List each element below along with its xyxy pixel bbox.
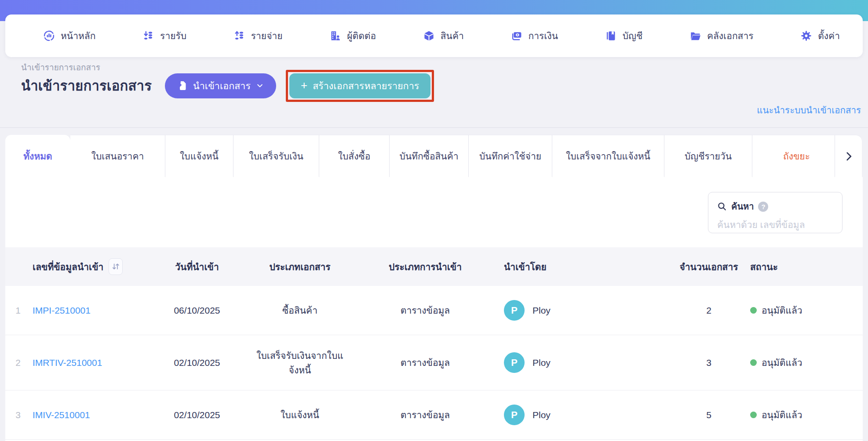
document-type-tabs: ทั้งหมด ใบเสนอราคา ใบแจ้งหนี้ ใบเสร็จรับ… (5, 135, 868, 177)
document-storage-icon (689, 30, 701, 42)
status-cell: อนุมัติแล้ว (748, 355, 863, 370)
import-date: 02/10/2025 (153, 410, 241, 420)
nav-label-finance: การเงิน (529, 29, 558, 43)
tab-purchase-order-label: ใบสั่งซื้อ (338, 149, 371, 163)
imported-by-cell: P Ploy (492, 405, 669, 425)
nav-label-products: สินค้า (441, 29, 464, 43)
importer-name: Ploy (532, 410, 551, 420)
document-type: ใบแจ้งหนี้ (281, 408, 319, 422)
avatar: P (504, 405, 525, 425)
nav-item-finance[interactable]: การเงิน (511, 29, 558, 43)
search-placeholder: ค้นหาด้วย เลขที่ข้อมูล (717, 217, 833, 232)
status-badge: อนุมัติแล้ว (762, 355, 802, 370)
tab-trash[interactable]: ถังขยะ (752, 135, 835, 177)
tab-all[interactable]: ทั้งหมด (5, 135, 70, 177)
accounting-icon (605, 30, 617, 42)
tab-receipt-label: ใบเสร็จรับเงิน (249, 149, 303, 163)
import-date: 02/10/2025 (153, 358, 241, 368)
create-multiple-documents-button-label: สร้างเอกสารหลายรายการ (313, 78, 419, 93)
header-import-date: วันที่นำเข้า (153, 260, 241, 274)
import-date: 06/10/2025 (153, 305, 241, 316)
import-number-link[interactable]: IMPI-2510001 (33, 305, 91, 315)
sort-icon[interactable] (109, 258, 123, 275)
import-number-link[interactable]: IMRTIV-2510001 (33, 358, 102, 368)
nav-item-accounting[interactable]: บัญชี (605, 29, 642, 43)
document-count: 3 (669, 358, 748, 368)
products-icon (423, 30, 435, 42)
page-title: นำเข้ารายการเอกสาร (21, 75, 152, 97)
expense-icon (233, 30, 245, 42)
import-documents-button-label: นำเข้าเอกสาร (193, 78, 251, 93)
status-cell: อนุมัติแล้ว (748, 408, 863, 422)
header-status: สถานะ (748, 260, 863, 274)
nav-item-document-storage[interactable]: คลังเอกสาร (689, 29, 754, 43)
tabs-strip: ใบเสนอราคา ใบแจ้งหนี้ ใบเสร็จรับเงิน ใบส… (70, 135, 862, 177)
import-type: ตารางข้อมูล (359, 408, 492, 422)
import-documents-button[interactable]: นำเข้าเอกสาร (165, 73, 276, 98)
tab-purchase-order[interactable]: ใบสั่งซื้อ (319, 135, 389, 177)
row-number: 3 (5, 410, 31, 420)
nav-item-settings[interactable]: ตั้งค่า (800, 29, 840, 43)
create-multiple-documents-button[interactable]: + สร้างเอกสารหลายรายการ (289, 73, 430, 98)
import-type: ตารางข้อมูล (359, 355, 492, 370)
tab-all-label: ทั้งหมด (23, 149, 52, 163)
guide-link-row: แนะนำระบบนำเข้าเอกสาร (0, 103, 868, 116)
row-number: 2 (5, 358, 31, 368)
status-cell: อนุมัติแล้ว (748, 303, 863, 318)
document-type: ใบเสร็จรับเงินจากใบแจ้งหนี้ (255, 348, 345, 377)
document-count: 2 (669, 305, 748, 316)
help-icon[interactable]: ? (758, 202, 768, 212)
contacts-icon (329, 30, 341, 42)
page-header-row: นำเข้ารายการเอกสาร นำเข้าเอกสาร + สร้างเ… (0, 72, 868, 99)
table-row[interactable]: 2 IMRTIV-2510001 02/10/2025 ใบเสร็จรับเง… (5, 335, 863, 390)
nav-item-income[interactable]: รายรับ (142, 29, 186, 43)
tab-purchase-record[interactable]: บันทึกซื้อสินค้า (389, 135, 468, 177)
tab-quotation[interactable]: ใบเสนอราคา (70, 135, 165, 177)
document-count: 5 (669, 410, 748, 420)
breadcrumb: นำเข้ารายการเอกสาร (21, 61, 868, 72)
status-dot-icon (750, 359, 757, 366)
nav-item-home[interactable]: หน้าหลัก (43, 29, 95, 43)
status-dot-icon (750, 307, 757, 314)
table-row[interactable]: 1 IMPI-2510001 06/10/2025 ซื้อสินค้า ตาร… (5, 286, 863, 335)
tab-expense-record[interactable]: บันทึกค่าใช้จ่าย (468, 135, 552, 177)
plus-icon: + (301, 80, 307, 91)
nav-item-expenses[interactable]: รายจ่าย (233, 29, 283, 43)
dashboard-icon (43, 30, 55, 42)
imported-by-cell: P Ploy (492, 300, 669, 321)
status-badge: อนุมัติแล้ว (762, 408, 802, 422)
header-document-type: ประเภทเอกสาร (241, 260, 359, 274)
tab-receipt[interactable]: ใบเสร็จรับเงิน (233, 135, 319, 177)
chevron-right-icon (843, 151, 854, 162)
importer-name: Ploy (532, 358, 551, 368)
search-input[interactable]: ค้นหา ? ค้นหาด้วย เลขที่ข้อมูล (708, 192, 842, 233)
tab-invoice[interactable]: ใบแจ้งหนี้ (165, 135, 233, 177)
document-type: ซื้อสินค้า (282, 303, 317, 318)
main-navigation: หน้าหลัก รายรับ รายจ่าย ผู้ติดต่อ สินค้า (5, 14, 863, 57)
nav-item-contacts[interactable]: ผู้ติดต่อ (329, 29, 376, 43)
import-document-icon (177, 80, 188, 91)
section-divider (0, 127, 868, 128)
table-header-row: เลขที่ข้อมูลนำเข้า วันที่นำเข้า ประเภทเอ… (5, 247, 863, 286)
finance-icon (511, 30, 523, 42)
tab-daily-ledger[interactable]: บัญชีรายวัน (664, 135, 752, 177)
nav-label-accounting: บัญชี (623, 29, 642, 43)
header-document-count: จำนวนเอกสาร (669, 260, 748, 274)
tabs-scroll-right-button[interactable] (835, 135, 862, 177)
import-type: ตารางข้อมูล (359, 303, 492, 318)
content-card: ค้นหา ? ค้นหาด้วย เลขที่ข้อมูล เลขที่ข้อ… (5, 177, 863, 441)
tab-receipt-from-invoice[interactable]: ใบเสร็จจากใบแจ้งหนี้ (552, 135, 664, 177)
tab-invoice-label: ใบแจ้งหนี้ (180, 149, 219, 163)
red-highlight-annotation: + สร้างเอกสารหลายรายการ (286, 70, 434, 102)
table-row[interactable]: 3 IMIV-2510001 02/10/2025 ใบแจ้งหนี้ ตาร… (5, 390, 863, 440)
header-import-number-label: เลขที่ข้อมูลนำเข้า (33, 260, 103, 274)
importer-name: Ploy (532, 305, 551, 316)
nav-item-products[interactable]: สินค้า (423, 29, 464, 43)
nav-label-contacts-expenses: รายจ่าย (251, 29, 283, 43)
header-import-number: เลขที่ข้อมูลนำเข้า (31, 258, 153, 275)
import-guide-link[interactable]: แนะนำระบบนำเข้าเอกสาร (757, 105, 861, 115)
nav-label-settings: ตั้งค่า (818, 29, 840, 43)
tab-receipt-from-invoice-label: ใบเสร็จจากใบแจ้งหนี้ (566, 149, 650, 163)
search-label: ค้นหา (731, 199, 754, 213)
import-number-link[interactable]: IMIV-2510001 (33, 410, 90, 420)
